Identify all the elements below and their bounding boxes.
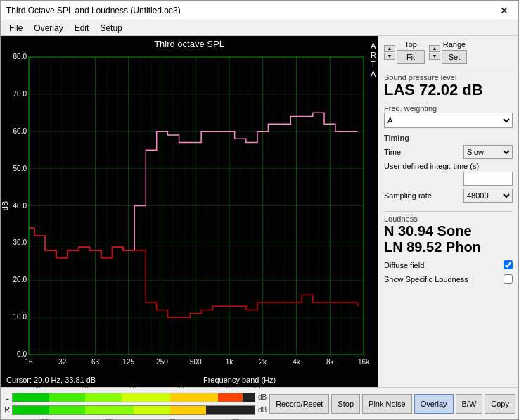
freq-weighting-label: Freq. weighting (384, 104, 513, 113)
arta-label: ARTA (371, 42, 376, 79)
loudness-n-value: N 30.94 Sone (384, 223, 513, 239)
time-row: Time Slow Fast Impulse Peak (384, 145, 513, 159)
level-bar-l (12, 393, 255, 402)
fit-button[interactable]: Fit (397, 50, 425, 64)
level-row-r: R dB (4, 405, 267, 416)
copy-button[interactable]: Copy (485, 394, 515, 414)
chart-canvas (1, 51, 378, 374)
user-integr-row: User defined integr. time (s) 10 (384, 162, 513, 186)
stop-button[interactable]: Stop (331, 394, 360, 414)
sampling-rate-select[interactable]: 44100 48000 96000 (463, 189, 513, 203)
spl-value: LAS 72.02 dB (384, 82, 513, 98)
timing-section: Timing Time Slow Fast Impulse Peak User … (384, 134, 513, 205)
top-spin-down[interactable]: ▼ (384, 53, 395, 60)
range-spin-up[interactable]: ▲ (429, 45, 440, 52)
chart-area: Third octave SPL ARTA Cursor: 20.0 Hz, 3… (1, 36, 378, 387)
main-window: Third Octave SPL and Loudness (Untitled.… (0, 0, 519, 420)
top-spin-group: ▲ ▼ (384, 45, 395, 60)
top-label: Top (404, 40, 417, 49)
time-select[interactable]: Slow Fast Impulse Peak (463, 145, 513, 159)
top-controls: ▲ ▼ Top Fit ▲ ▼ Range Set (384, 40, 513, 64)
freq-band-label: Frequency band (Hz) (101, 374, 378, 386)
sampling-rate-label: Sampling rate (384, 191, 463, 200)
diffuse-field-label: Diffuse field (384, 261, 424, 269)
menu-bar: File Overlay Edit Setup (1, 20, 518, 36)
diffuse-field-checkbox[interactable] (504, 260, 513, 269)
freq-weighting-group: Freq. weighting A B C Z (384, 101, 513, 128)
range-label: Range (443, 40, 466, 49)
chart-title: Third octave SPL (1, 36, 378, 51)
range-spin-group: ▲ ▼ (429, 45, 440, 60)
level-labels-bot: -80 -60 -40 -20 (4, 417, 267, 421)
user-integr-label: User defined integr. time (s) (384, 162, 479, 170)
window-title: Third Octave SPL and Loudness (Untitled.… (6, 6, 181, 15)
freq-weighting-select[interactable]: A B C Z (384, 113, 513, 128)
bottom-bar: -90 -70 -50 -30 -10 dB L dB (1, 387, 518, 419)
title-bar: Third Octave SPL and Loudness (Untitled.… (1, 1, 518, 20)
db-label-bot: dB (258, 406, 267, 414)
sampling-rate-row: Sampling rate 44100 48000 96000 (384, 189, 513, 203)
menu-file[interactable]: File (4, 22, 28, 34)
level-row-l: L dB (4, 392, 267, 403)
diffuse-field-row: Diffuse field (384, 260, 513, 269)
pink-noise-button[interactable]: Pink Noise (362, 394, 412, 414)
range-spin-down[interactable]: ▼ (429, 53, 440, 60)
show-specific-label: Show Specific Loudness (384, 275, 468, 284)
range-set-group: Range Set (442, 40, 467, 64)
level-meter-group: -90 -70 -50 -30 -10 dB L dB (4, 383, 267, 421)
set-button[interactable]: Set (442, 50, 467, 64)
menu-edit[interactable]: Edit (69, 22, 95, 34)
show-specific-checkbox[interactable] (504, 274, 513, 284)
loudness-header: Loudness (384, 215, 513, 223)
main-content: Third octave SPL ARTA Cursor: 20.0 Hz, 3… (1, 36, 518, 387)
spl-section: Sound pressure level LAS 72.02 dB (384, 70, 513, 98)
menu-overlay[interactable]: Overlay (28, 22, 68, 34)
right-panel: ▲ ▼ Top Fit ▲ ▼ Range Set (378, 36, 518, 387)
user-integr-input[interactable]: 10 (463, 172, 513, 186)
channel-r-label: R (4, 406, 11, 414)
menu-setup[interactable]: Setup (94, 22, 127, 34)
db-label-top: dB (258, 393, 267, 401)
top-fit-group: Top Fit (397, 40, 425, 64)
cursor-info: Cursor: 20.0 Hz, 33.81 dB (1, 374, 101, 386)
show-specific-row: Show Specific Loudness (384, 274, 513, 284)
level-bar-r (12, 405, 255, 415)
time-label: Time (384, 148, 463, 156)
loudness-ln-value: LN 89.52 Phon (384, 239, 513, 255)
overlay-button[interactable]: Overlay (414, 394, 454, 414)
bw-button[interactable]: B/W (456, 394, 483, 414)
bottom-buttons: Record/Reset Stop Pink Noise Overlay B/W… (269, 394, 515, 414)
record-reset-button[interactable]: Record/Reset (269, 394, 329, 414)
timing-header: Timing (384, 134, 513, 142)
loudness-section: Loudness N 30.94 Sone LN 89.52 Phon (384, 211, 513, 255)
top-spin-up[interactable]: ▲ (384, 45, 395, 52)
channel-l-label: L (4, 393, 11, 401)
close-button[interactable]: ✕ (496, 4, 513, 18)
